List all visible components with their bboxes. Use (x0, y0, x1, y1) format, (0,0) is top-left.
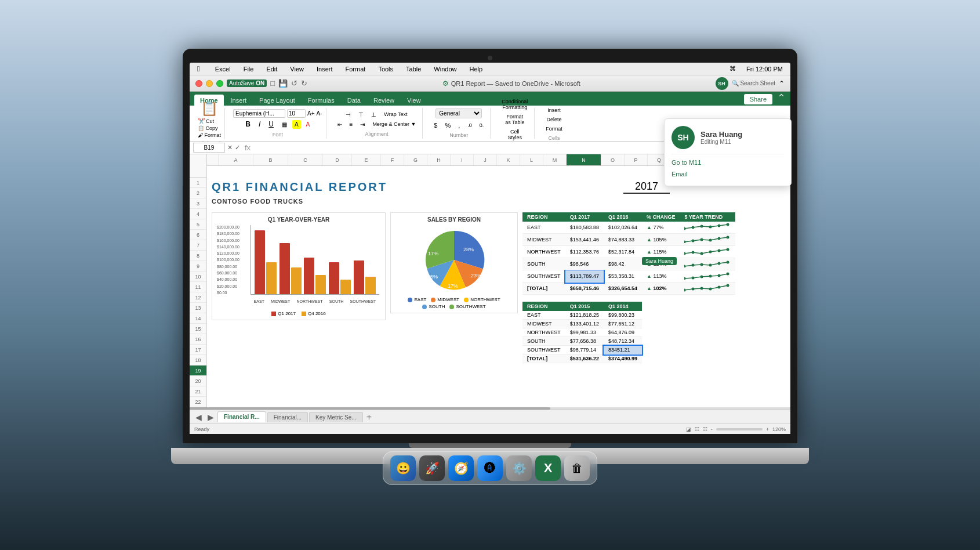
format-cells[interactable]: Format (543, 125, 565, 133)
t2-row-northwest[interactable]: NORTHWEST $99,981.33 $64,876.09 (522, 328, 642, 337)
menu-excel[interactable]: Excel (212, 64, 234, 74)
dock-appstore[interactable]: 🅐 (477, 455, 503, 481)
tab-review[interactable]: Review (368, 95, 400, 106)
merge-center[interactable]: Merge & Center ▼ (369, 120, 419, 129)
redo-icon[interactable]: ↻ (301, 79, 307, 88)
insert-cells[interactable]: Insert (545, 106, 564, 114)
currency-btn[interactable]: $ (431, 121, 440, 130)
copy-button[interactable]: 📋 Copy (198, 125, 221, 131)
t2-row-southwest[interactable]: SOUTHWEST $98,779.14 83451.21 (522, 346, 642, 354)
scroll-tabs-right[interactable]: ▶ (205, 412, 216, 422)
spreadsheet-grid[interactable]: QR1 FINANCIAL REPORT 2017 CONTOSO FOOD T… (207, 166, 790, 407)
col-n[interactable]: N (567, 154, 601, 165)
menu-tools[interactable]: Tools (375, 64, 396, 74)
cell-styles[interactable]: CellStyles (505, 128, 525, 142)
menu-file[interactable]: File (241, 64, 257, 74)
email-action[interactable]: Email (672, 169, 784, 179)
view-normal[interactable]: ◪ (686, 426, 691, 432)
zoom-out[interactable]: - (711, 426, 713, 432)
share-button[interactable]: Share (744, 94, 772, 104)
t2-row-midwest[interactable]: MIDWEST $133,401.12 $77,651.12 (522, 320, 642, 328)
tab-data[interactable]: Data (342, 95, 366, 106)
t1-row-east[interactable]: EAST $180,583.88 $102,026.64 ▲ 77% (522, 222, 735, 234)
col-a[interactable]: A (219, 154, 253, 165)
formula-check[interactable]: ✓ (235, 144, 240, 151)
view-page-break[interactable]: ☷ (703, 426, 707, 432)
col-p[interactable]: P (625, 154, 648, 165)
tab-page-layout[interactable]: Page Layout (253, 95, 301, 106)
col-h[interactable]: H (427, 154, 451, 165)
decimal-increase[interactable]: .0 (464, 121, 475, 130)
paste-icon[interactable]: 📋 (201, 100, 218, 117)
menu-insert[interactable]: Insert (314, 64, 336, 74)
delete-cells[interactable]: Delete (544, 115, 565, 124)
underline-button[interactable]: U (266, 119, 277, 129)
font-color[interactable]: A (303, 120, 313, 129)
percent-btn[interactable]: % (442, 121, 453, 130)
align-right[interactable]: ⇥ (357, 120, 368, 129)
bold-button[interactable]: B (242, 119, 253, 129)
t1-row-south[interactable]: SOUTH $98,546 $98.42 Sara Huang ▲ 124% (522, 258, 735, 270)
t1-southwest-2017[interactable]: $113,789.47 (565, 270, 604, 283)
zoom-in[interactable]: + (766, 426, 769, 432)
tab-insert[interactable]: Insert (225, 95, 253, 106)
user-avatar-small[interactable]: SH (716, 77, 728, 90)
name-box[interactable] (193, 143, 225, 153)
col-j[interactable]: J (474, 154, 497, 165)
number-format-selector[interactable]: General Number Currency (435, 108, 482, 118)
sheet-tab-financial-r[interactable]: Financial R... (217, 411, 266, 422)
undo-icon[interactable]: ↺ (291, 79, 297, 88)
ribbon-collapse[interactable]: ⌃ (777, 92, 786, 104)
menu-window[interactable]: Window (431, 64, 459, 74)
fill-color[interactable]: A (292, 120, 301, 129)
align-left[interactable]: ⇤ (335, 120, 345, 129)
format-painter[interactable]: 🖌 Format (198, 132, 221, 138)
menu-edit[interactable]: Edit (263, 64, 280, 74)
align-bottom[interactable]: ⊥ (368, 110, 379, 119)
zoom-slider[interactable] (716, 428, 763, 430)
align-middle[interactable]: ⊤ (355, 110, 366, 119)
wrap-text[interactable]: Wrap Text (381, 110, 410, 119)
dock-trash[interactable]: 🗑 (564, 455, 590, 481)
col-m[interactable]: M (543, 154, 567, 165)
sheet-tab-financial[interactable]: Financial... (267, 412, 308, 422)
t1-row-total[interactable]: [TOTAL] $658,715.46 $326,654.54 ▲ 102% (522, 283, 735, 295)
minimize-button[interactable] (206, 80, 213, 87)
decimal-decrease[interactable]: 0. (477, 121, 487, 130)
view-page-layout[interactable]: ☷ (695, 426, 699, 432)
col-e[interactable]: E (352, 154, 381, 165)
t1-row-midwest[interactable]: MIDWEST $153,441.46 $74,883.33 ▲ 105% (522, 234, 735, 246)
align-top[interactable]: ⊣ (343, 110, 354, 119)
cut-button[interactable]: ✂️ Cut (198, 118, 221, 124)
col-l[interactable]: L (520, 154, 543, 165)
formula-close[interactable]: ✕ (227, 144, 233, 151)
t2-row-south[interactable]: SOUTH $77,656.38 $48,712.34 (522, 337, 642, 346)
col-g[interactable]: G (404, 154, 427, 165)
col-i[interactable]: I (451, 154, 474, 165)
format-as-table[interactable]: Formatas Table (502, 113, 527, 126)
sheet-tab-key-metric[interactable]: Key Metric Se... (309, 412, 363, 422)
italic-button[interactable]: I (256, 119, 263, 129)
tab-formulas[interactable]: Formulas (302, 95, 340, 106)
apple-icon[interactable]:  (194, 63, 203, 74)
toolbar-icon-2[interactable]: 💾 (278, 79, 288, 88)
dock-safari[interactable]: 🧭 (448, 455, 474, 481)
font-family-selector[interactable] (233, 109, 285, 118)
col-f[interactable]: F (381, 154, 404, 165)
toolbar-icon-1[interactable]: □ (270, 79, 275, 88)
dock-finder[interactable]: 😀 (390, 455, 416, 481)
dock-excel[interactable]: X (535, 455, 561, 481)
dock-settings[interactable]: ⚙️ (506, 455, 532, 481)
font-size-decrease[interactable]: A- (317, 110, 322, 117)
t2-southwest-2014[interactable]: 83451.21 (604, 346, 642, 354)
scroll-tabs-left[interactable]: ◀ (193, 412, 204, 422)
menu-view[interactable]: View (287, 64, 307, 74)
title-collapse[interactable]: ⌃ (779, 79, 785, 88)
t1-row-southwest[interactable]: SOUTHWEST $113,789.47 $53,358.31 ▲ 113% (522, 270, 735, 283)
col-d[interactable]: D (323, 154, 352, 165)
col-b[interactable]: B (253, 154, 288, 165)
go-to-cell-action[interactable]: Go to M11 (672, 158, 784, 167)
align-center[interactable]: ≡ (347, 120, 356, 129)
col-o[interactable]: O (601, 154, 625, 165)
search-sheet[interactable]: 🔍 Search Sheet (732, 80, 775, 86)
